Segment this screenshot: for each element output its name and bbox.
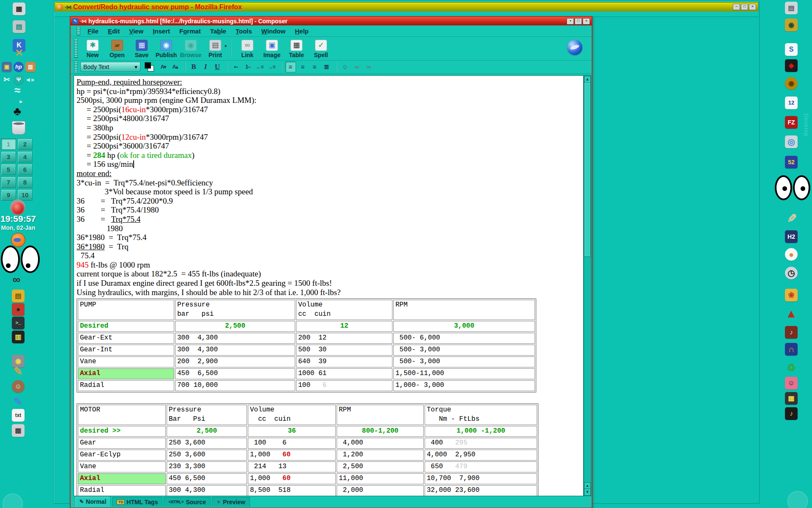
formatbar-grippy[interactable] [74,61,78,73]
emoticon-button[interactable]: ☺ [340,62,350,72]
align-left-button[interactable]: ≡ [285,61,296,72]
menu-edit[interactable]: Edit [103,28,124,35]
menu-file[interactable]: File [83,28,103,35]
scissors-icon[interactable]: ✂ [2,75,12,85]
corner-swirl-button-right[interactable] [787,491,808,508]
workspace-10[interactable]: 10 [17,189,33,201]
indent-button[interactable]: →≡ [266,62,277,72]
media-test-icon[interactable]: ▥ [12,331,25,343]
menu-tools[interactable]: Tools [231,28,257,35]
menu-insert[interactable]: Insert [148,28,175,35]
headphones-icon[interactable]: ∩ [785,343,798,356]
trash-glass-icon[interactable] [12,121,25,135]
workspace-1[interactable]: 1 [1,138,16,150]
paintbrush-icon[interactable]: ✎ [12,395,25,408]
guitar-icon[interactable]: ♪ [785,326,798,339]
close-button[interactable]: × [749,4,756,10]
publish-button[interactable]: ◉Publish [154,39,178,58]
usb-icon[interactable]: Ψ [14,75,24,85]
print-dropdown-arrow[interactable]: ▾ [225,44,227,48]
workspace-3[interactable]: 3 [1,151,16,163]
pyramid-icon[interactable]: ▲ [785,307,798,320]
tab-source[interactable]: <HTML>Source [164,497,210,507]
ships-wheel-icon[interactable]: ◉ [785,77,798,90]
gear-lens-icon[interactable]: ◎ [785,135,798,148]
corner-swirl-button-left[interactable] [3,494,23,508]
new-button[interactable]: ✱New [80,39,105,58]
anchor-link-button[interactable]: ∞ [352,62,362,72]
table-button[interactable]: ▦Table [284,39,309,58]
calculator-icon[interactable]: ▦ [13,3,25,15]
volume-icon[interactable]: ◄» [25,75,35,85]
filmstrip-icon[interactable]: ▦ [785,392,798,405]
txt-file-icon[interactable]: txt [12,409,25,422]
h2-icon[interactable]: H2 [785,230,798,243]
wifi-icon[interactable]: ≈ [11,84,24,97]
menu-format[interactable]: Format [175,28,206,35]
workspace-5[interactable]: 5 [1,164,16,175]
menu-table[interactable]: Table [206,28,231,35]
clock-face-icon[interactable]: ◷ [785,267,798,279]
document-edit-area[interactable]: Pump-end, required horsepower:hp = psi*(… [74,75,584,496]
paragraph-style-select[interactable]: Body Text ▾ [80,62,140,72]
terminal-icon[interactable]: >_ [12,317,25,329]
pen-icon[interactable]: ✎ [785,212,798,224]
xeyes-right[interactable] [775,175,810,200]
workspace-8[interactable]: 8 [17,177,33,188]
decrease-font-button[interactable]: A▾ [158,62,168,72]
clipboard-icon[interactable]: ▥ [25,62,36,72]
binoculars-icon[interactable]: ∞ [10,273,23,286]
alarm-clock-icon[interactable] [11,202,25,215]
tab-preview[interactable]: ✶Preview [212,497,250,507]
workspace-6[interactable]: 6 [17,164,33,175]
recycle-icon[interactable]: ♻ [785,362,798,374]
open-button[interactable]: ▰Open [105,39,129,58]
window-stack-icon[interactable]: ▤ [785,2,798,14]
menubar-grippy[interactable] [77,26,80,36]
red-wings-icon[interactable]: ◆ [785,59,798,72]
file-cabinet-icon[interactable]: ▤ [12,290,25,302]
workspace-7[interactable]: 7 [1,177,16,188]
text-color-picker[interactable] [145,62,154,72]
fifty-two-icon[interactable]: 52 [785,156,798,168]
filezilla-icon[interactable]: FZ [785,116,798,129]
spell-button[interactable]: ✓Spell [309,39,333,58]
menu-window[interactable]: Window [257,28,290,35]
scrollbar-thumb[interactable] [584,83,591,257]
hp-icon[interactable]: hp [14,62,24,72]
workspace-2[interactable]: 2 [17,138,33,150]
pump-table[interactable]: PUMPPressure bar psiVolume cc cuinRPMDes… [77,298,583,392]
justify-button[interactable]: ≣ [321,62,332,72]
workspace-4[interactable]: 4 [17,151,33,163]
helm-sail-icon[interactable]: ◉ [785,19,798,31]
italic-button[interactable]: I [200,62,211,72]
tab-normal[interactable]: ✎Normal [75,496,111,507]
bold-button[interactable]: B [189,62,199,72]
gnome-foot-icon[interactable]: ♣ [11,105,24,118]
screenshot-icon[interactable]: ▣ [2,62,12,72]
tab-html-tags[interactable]: TDHTML Tags [112,497,162,507]
mozilla-throbber-icon[interactable] [567,40,582,55]
save-button[interactable]: ▦Save [129,39,154,58]
firefox-titlebar[interactable]: -⋈ Convert/Redo hydraulic snow pump - Mo… [55,2,758,12]
underline-button[interactable]: U [212,62,222,72]
scroll-up-arrow[interactable]: ▲ [584,76,591,83]
image-button[interactable]: ▣Image [260,39,284,58]
menu-help[interactable]: Help [290,28,313,35]
toolbar-grippy[interactable] [74,39,78,58]
tux-guitar-icon[interactable]: ♪ [785,407,798,420]
align-right-button[interactable]: ≡ [310,62,320,72]
tools-icon[interactable]: ✕ [13,47,25,59]
scroll-down-arrow[interactable]: ▼ [584,489,591,496]
calculator2-icon[interactable]: ▦ [12,424,25,437]
xeyes-left[interactable] [1,246,40,273]
menu-view[interactable]: View [124,28,148,35]
named-anchor-button[interactable]: ∞ [364,62,374,72]
numbered-list-button[interactable]: 1– [243,62,253,72]
bullet-list-button[interactable]: •– [231,62,241,72]
window-list-icon[interactable]: ▤ [13,20,25,33]
numbers-doc-icon[interactable]: 12 [785,97,798,109]
archive-bomb-icon[interactable]: ● [12,303,25,316]
rose-icon[interactable]: ❀ [785,289,798,301]
maximize-button[interactable]: □ [575,18,582,25]
